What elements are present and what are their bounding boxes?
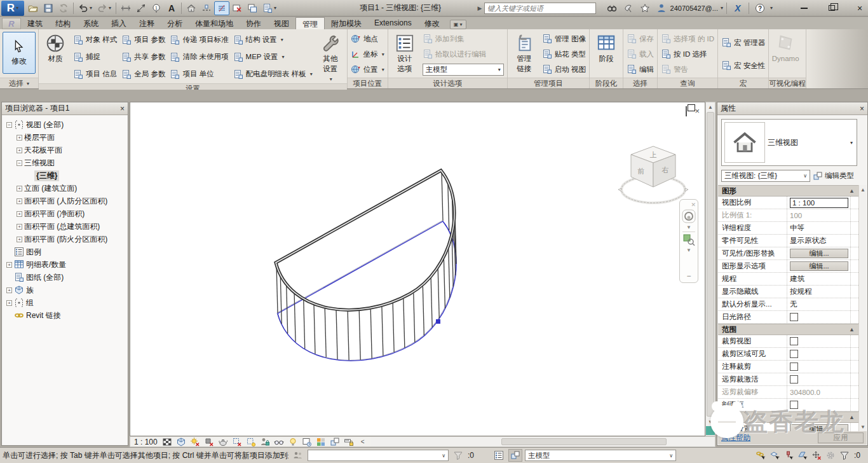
drag-elements-on-selection-toggle[interactable] bbox=[810, 449, 824, 462]
tree-item[interactable]: +立面 (建筑立面) bbox=[4, 182, 126, 195]
tree-item-label[interactable]: 视图 (全部) bbox=[26, 120, 64, 130]
zoom-icon[interactable] bbox=[682, 233, 695, 246]
communication-center-icon[interactable] bbox=[621, 1, 636, 15]
property-value[interactable]: 显示原状态 bbox=[787, 235, 850, 247]
tree-expander-icon[interactable]: + bbox=[17, 237, 22, 242]
worksets-combo[interactable]: ∨ bbox=[308, 450, 449, 461]
tree-expander-icon[interactable]: + bbox=[17, 211, 22, 217]
panel-label-项目位置[interactable]: 项目位置 bbox=[348, 78, 388, 88]
property-value[interactable]: 304800.0 bbox=[787, 386, 850, 398]
design-options-dialog-icon[interactable] bbox=[492, 449, 506, 462]
tree-item-label[interactable]: 楼层平面 bbox=[24, 132, 55, 143]
properties-close-icon[interactable]: × bbox=[860, 104, 864, 113]
ids-of-selection-button[interactable]: 选择项 的 ID bbox=[661, 32, 714, 45]
active-design-option-icon[interactable] bbox=[508, 449, 522, 462]
property-value[interactable]: 编辑... bbox=[787, 260, 850, 272]
property-value[interactable] bbox=[787, 373, 850, 385]
filter-toggle[interactable] bbox=[837, 449, 851, 462]
tree-expander-icon[interactable]: + bbox=[17, 148, 22, 153]
scroll-up-icon[interactable]: ▲ bbox=[708, 102, 713, 111]
panel-label-选择[interactable]: 选择 bbox=[623, 78, 657, 88]
decal-types-button[interactable]: 贴花 类型 bbox=[542, 48, 586, 60]
temporary-view-properties-button[interactable] bbox=[301, 437, 313, 446]
edit-selection-button[interactable]: 编辑 bbox=[627, 63, 654, 76]
property-checkbox[interactable] bbox=[790, 401, 798, 409]
type-selector-arrow-icon[interactable]: ▾ bbox=[850, 140, 853, 146]
vertical-scroll-thumb[interactable] bbox=[707, 112, 714, 417]
navbar-minimize-icon[interactable]: − bbox=[686, 272, 691, 280]
detail-level-button[interactable] bbox=[161, 437, 173, 446]
search-input[interactable] bbox=[484, 3, 596, 14]
section-button[interactable] bbox=[199, 1, 214, 15]
tree-expander-icon[interactable]: + bbox=[6, 300, 12, 306]
select-links-toggle[interactable] bbox=[754, 449, 768, 462]
search-icon[interactable] bbox=[604, 1, 620, 15]
load-selection-button[interactable]: 载入 bbox=[627, 48, 654, 60]
tab-结构[interactable]: 结构 bbox=[49, 17, 77, 29]
tab-管理[interactable]: 管理 bbox=[295, 17, 325, 29]
property-value[interactable]: 无 bbox=[787, 298, 850, 310]
editing-requests-icon[interactable] bbox=[451, 449, 465, 462]
tree-expander-icon[interactable]: − bbox=[17, 160, 22, 166]
tree-item[interactable]: 图纸 (全部) bbox=[4, 271, 126, 284]
view-control-collapse-arrow[interactable]: < bbox=[361, 438, 365, 445]
thin-lines-button[interactable] bbox=[214, 1, 229, 15]
tree-item[interactable]: 图例 bbox=[4, 245, 126, 258]
tree-item-label[interactable]: 面积平面 (总建筑面积) bbox=[24, 221, 100, 232]
shared-parameters-button[interactable]: 共享 参数 bbox=[121, 51, 165, 64]
purge-unused-button[interactable]: 清除 未使用项 bbox=[170, 51, 228, 64]
restore-button[interactable] bbox=[826, 3, 837, 13]
canvas-vertical-scrollbar[interactable]: ▲ ▼ bbox=[705, 102, 715, 436]
panel-schedule-templates-button[interactable]: 配电盘明细表 样板▾ bbox=[233, 68, 313, 81]
project-units-button[interactable]: 项目 单位 bbox=[170, 68, 228, 81]
viewcube-cube[interactable]: 上 前 右 bbox=[631, 146, 675, 187]
location-button[interactable]: 地点 bbox=[351, 32, 384, 45]
property-value[interactable] bbox=[787, 311, 850, 323]
property-value[interactable]: 编辑... bbox=[787, 423, 850, 431]
favorites-icon[interactable] bbox=[637, 1, 653, 15]
macro-manager-button[interactable]: 宏 管理器 bbox=[721, 36, 765, 49]
transfer-project-standards-button[interactable]: 传递 项目标准 bbox=[170, 34, 228, 46]
tab-建筑[interactable]: 建筑 bbox=[21, 17, 49, 29]
property-checkbox[interactable] bbox=[790, 337, 798, 345]
user-menu-arrow-icon[interactable]: ▾ bbox=[721, 5, 723, 11]
properties-header[interactable]: 属性 × bbox=[717, 102, 867, 115]
signed-in-user[interactable]: 240705427@... bbox=[670, 4, 718, 12]
tree-item-label[interactable]: 组 bbox=[26, 298, 34, 308]
close-hidden-windows-button[interactable] bbox=[229, 1, 245, 15]
modify-button[interactable]: 修改 bbox=[3, 32, 36, 74]
properties-scroll-down-icon[interactable]: ▼ bbox=[860, 422, 865, 431]
tree-expander-icon[interactable]: + bbox=[17, 224, 22, 230]
minimize-button[interactable] bbox=[798, 3, 810, 13]
project-browser-close-icon[interactable]: × bbox=[120, 104, 125, 113]
unlocked-3d-view-button[interactable] bbox=[259, 437, 271, 446]
property-checkbox[interactable] bbox=[790, 313, 798, 321]
snaps-button[interactable]: 捕捉 bbox=[73, 51, 117, 64]
instance-selector-combo[interactable]: 三维视图: {三维}∨ bbox=[721, 170, 810, 182]
panel-label-查询[interactable]: 查询 bbox=[658, 78, 717, 88]
user-icon[interactable] bbox=[654, 1, 669, 15]
tab-协作[interactable]: 协作 bbox=[240, 17, 268, 29]
crop-view-off-button[interactable] bbox=[231, 437, 243, 446]
tree-item-label[interactable]: 族 bbox=[26, 285, 34, 296]
tree-item[interactable]: +天花板平面 bbox=[4, 144, 126, 156]
tree-item[interactable]: {三维} bbox=[4, 169, 126, 182]
viewcube-top-label[interactable]: 上 bbox=[650, 151, 657, 158]
project-browser-header[interactable]: 项目浏览器 - 项目1 × bbox=[2, 102, 128, 115]
tree-item[interactable]: −视图 (全部) bbox=[4, 118, 126, 131]
revit-app-button[interactable]: R▾ bbox=[1, 1, 24, 16]
tree-item[interactable]: +族 bbox=[4, 284, 126, 296]
property-value[interactable]: 按规程 bbox=[787, 286, 850, 298]
displaced-elements-button[interactable] bbox=[329, 437, 341, 446]
tree-item[interactable]: +面积平面 (净面积) bbox=[4, 207, 126, 220]
show-crop-region-button[interactable] bbox=[245, 437, 257, 446]
tree-item-label[interactable]: 图例 bbox=[26, 247, 41, 258]
property-checkbox[interactable] bbox=[790, 375, 798, 384]
properties-help-link[interactable]: 属性帮助 bbox=[721, 433, 750, 443]
drawing-area[interactable]: × 上 前 右 bbox=[130, 102, 705, 436]
select-elements-by-face-toggle[interactable] bbox=[796, 449, 810, 462]
visual-style-button[interactable] bbox=[175, 437, 187, 446]
measure-button[interactable] bbox=[118, 1, 133, 15]
tab-体量和场地[interactable]: 体量和场地 bbox=[189, 17, 240, 29]
help-menu-arrow-icon[interactable]: ▾ bbox=[770, 5, 773, 11]
